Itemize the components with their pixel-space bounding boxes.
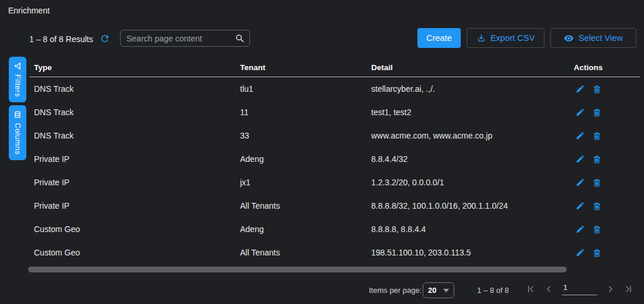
chevron-down-icon	[443, 289, 449, 292]
cell-type: Private IP	[29, 178, 240, 187]
cell-detail: 8.8.8.8/32, 100.1.0.0/16, 200.1.1.0/24	[371, 201, 574, 210]
cell-tenant: Adeng	[240, 154, 371, 164]
delete-trash-icon	[592, 248, 602, 258]
table-header-row: Type Tenant Detail Actions	[29, 58, 640, 77]
sidebar-tab-columns[interactable]: Columns	[9, 105, 26, 160]
cell-tenant: 11	[240, 108, 371, 117]
edit-pencil-icon	[576, 84, 585, 94]
cell-detail: stellarcyber.ai, .,/.	[371, 84, 574, 94]
cell-actions	[574, 108, 640, 118]
cell-actions	[574, 84, 640, 94]
edit-button[interactable]	[576, 131, 585, 140]
search-icon[interactable]	[235, 33, 250, 44]
columns-tab-label: Columns	[13, 123, 22, 155]
select-view-button[interactable]: Select View	[550, 28, 636, 48]
enrichment-table: Type Tenant Detail Actions DNS Track tlu…	[29, 58, 640, 264]
filters-tab-label: Filters	[13, 74, 22, 97]
items-per-page-label: Items per page:	[369, 286, 422, 295]
prev-page-button[interactable]	[544, 284, 554, 294]
table-row: Private IP Adeng 8.8.4.4/32	[29, 147, 640, 171]
delete-trash-icon	[592, 154, 602, 164]
delete-button[interactable]	[592, 131, 602, 141]
column-header-tenant: Tenant	[240, 63, 371, 72]
column-header-type: Type	[29, 63, 240, 72]
cell-type: Custom Geo	[29, 248, 240, 257]
download-icon	[477, 33, 486, 43]
cell-detail: test1, test2	[371, 108, 574, 117]
column-header-actions: Actions	[574, 63, 640, 72]
eye-icon	[564, 33, 574, 43]
delete-button[interactable]	[592, 178, 602, 188]
edit-button[interactable]	[576, 108, 585, 117]
edit-button[interactable]	[576, 248, 585, 257]
refresh-button[interactable]	[99, 33, 111, 44]
export-csv-button[interactable]: Export CSV	[467, 28, 544, 48]
search-input[interactable]	[121, 34, 235, 43]
delete-button[interactable]	[592, 201, 602, 211]
cell-actions	[574, 224, 640, 234]
sidebar-tab-filters[interactable]: Filters	[9, 57, 26, 102]
delete-button[interactable]	[592, 84, 602, 94]
edit-pencil-icon	[576, 178, 585, 187]
cell-type: DNS Track	[29, 108, 240, 117]
cell-detail: 8.8.8.8, 8.8.4.4	[371, 224, 574, 234]
items-per-page-value: 20	[428, 286, 436, 295]
last-page-icon	[624, 284, 633, 294]
cell-tenant: tlu1	[240, 84, 371, 94]
delete-button[interactable]	[592, 224, 602, 234]
table-row: Private IP jx1 1.2.3.2/20, 0.0.0.0/1	[29, 171, 640, 194]
first-page-icon	[526, 284, 536, 294]
cell-type: Private IP	[29, 201, 240, 210]
next-page-icon	[605, 284, 615, 294]
horizontal-scrollbar[interactable]	[28, 267, 567, 272]
edit-pencil-icon	[576, 131, 585, 140]
create-button-label: Create	[426, 33, 452, 43]
cell-type: Private IP	[29, 154, 240, 164]
edit-button[interactable]	[576, 84, 585, 94]
search-box	[120, 30, 250, 47]
cell-detail: www.acme.com, www.acme.co.jp	[371, 131, 574, 140]
delete-trash-icon	[592, 108, 602, 118]
filter-funnel-icon	[13, 62, 22, 70]
cell-tenant: jx1	[240, 178, 371, 187]
cell-actions	[574, 131, 640, 141]
results-count: 1 – 8 of 8 Results	[29, 34, 93, 44]
delete-trash-icon	[592, 84, 602, 94]
table-body: DNS Track tlu1 stellarcyber.ai, .,/. DNS…	[29, 77, 640, 264]
edit-pencil-icon	[576, 154, 585, 164]
next-page-button[interactable]	[605, 284, 615, 294]
items-per-page-select[interactable]: 20	[423, 282, 454, 298]
delete-button[interactable]	[592, 248, 602, 258]
export-csv-label: Export CSV	[491, 33, 535, 43]
edit-button[interactable]	[576, 224, 585, 234]
select-view-label: Select View	[578, 33, 623, 43]
page-number-input[interactable]	[562, 283, 597, 295]
cell-type: Custom Geo	[29, 224, 240, 234]
delete-button[interactable]	[592, 108, 602, 118]
delete-trash-icon	[592, 131, 602, 141]
edit-pencil-icon	[576, 108, 585, 117]
edit-pencil-icon	[576, 201, 585, 210]
edit-button[interactable]	[576, 201, 585, 210]
cell-detail: 8.8.4.4/32	[371, 154, 574, 164]
cell-type: DNS Track	[29, 84, 240, 94]
cell-tenant: 33	[240, 131, 371, 140]
cell-tenant: All Tenants	[240, 248, 371, 257]
first-page-button[interactable]	[526, 284, 536, 294]
cell-actions	[574, 154, 640, 164]
cell-tenant: All Tenants	[240, 201, 371, 210]
cell-detail: 198.51.100.10, 203.0.113.5	[371, 248, 574, 257]
create-button[interactable]: Create	[417, 28, 461, 48]
delete-button[interactable]	[592, 154, 602, 164]
edit-button[interactable]	[576, 178, 585, 187]
page-title: Enrichment	[8, 6, 50, 15]
table-row: Custom Geo Adeng 8.8.8.8, 8.8.4.4	[29, 217, 640, 241]
edit-button[interactable]	[576, 154, 585, 164]
pagination-controls	[526, 283, 633, 295]
cell-actions	[574, 201, 640, 211]
delete-trash-icon	[592, 224, 602, 234]
columns-grid-icon	[13, 110, 22, 119]
table-row: Private IP All Tenants 8.8.8.8/32, 100.1…	[29, 194, 640, 217]
last-page-button[interactable]	[624, 284, 633, 294]
delete-trash-icon	[592, 178, 602, 188]
